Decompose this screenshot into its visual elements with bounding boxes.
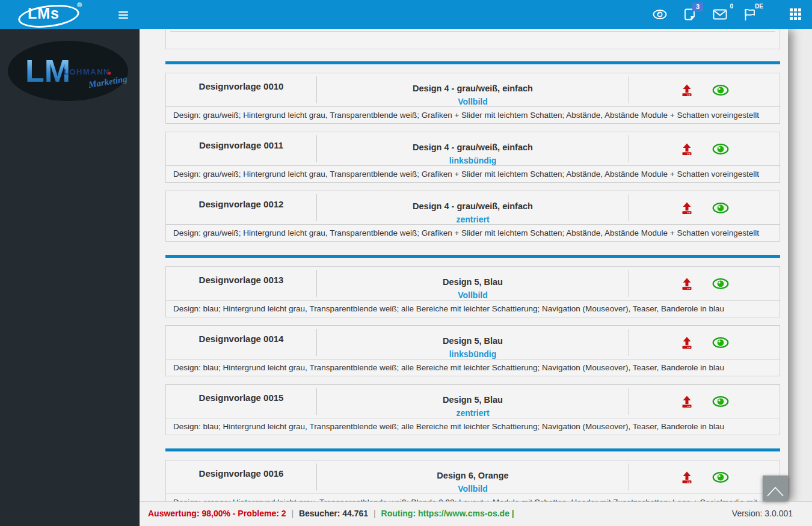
sidebar: LM LOHMANN Marketing <box>0 29 140 526</box>
note-badge: 3 <box>692 2 703 11</box>
template-name: Designvorlage 0016 <box>166 460 316 494</box>
mail-icon[interactable]: 0 <box>712 7 728 22</box>
grid-icon[interactable] <box>788 7 804 22</box>
content-right-margin <box>788 29 812 502</box>
template-row: Designvorlage 0010Design 4 - grau/weiß, … <box>165 73 780 124</box>
logo-company-text: LOHMANN <box>64 67 110 76</box>
template-description: Design: blau; Hintergrund leicht grau, T… <box>166 359 780 372</box>
app-logo[interactable]: LMs ® <box>18 3 84 27</box>
template-description: Design: grau/weiß; Hintergrund leicht gr… <box>166 224 780 237</box>
template-mode-link[interactable]: linksbündig <box>449 156 497 165</box>
template-name: Designvorlage 0012 <box>166 191 316 224</box>
section-divider <box>165 255 780 258</box>
template-design-label: Design 5, Blau <box>443 336 503 346</box>
template-mode-link[interactable]: zentriert <box>456 408 489 418</box>
template-row: Designvorlage 0016Design 6, OrangeVollbi… <box>165 460 780 502</box>
chevron-up-icon <box>763 480 788 501</box>
footer-routing-label: Routing: <box>381 509 416 518</box>
footer-routing-link[interactable]: https://www.cms-os.de <box>418 509 509 518</box>
footer-auswertung: Auswertung: 98,00% - Probleme: 2 <box>148 509 286 518</box>
preview-eye-icon[interactable] <box>712 84 729 96</box>
template-row: Designvorlage 0013Design 5, BlauVollbild… <box>165 266 780 317</box>
preview-eye-icon[interactable] <box>712 396 729 408</box>
upload-icon[interactable] <box>680 83 694 97</box>
upload-icon[interactable] <box>680 335 694 350</box>
footer-version: Version: 3.0.001 <box>732 502 793 525</box>
template-row: Designvorlage 0015Design 5, Blauzentrier… <box>165 384 780 435</box>
company-logo: LM LOHMANN Marketing <box>6 40 132 103</box>
preview-eye-icon[interactable] <box>712 337 729 349</box>
main-content: Designvorlage 0010Design 4 - grau/weiß, … <box>140 29 788 502</box>
template-description: Design: orange; Hintergrund leicht grau,… <box>166 494 780 502</box>
template-mode-link[interactable]: Vollbild <box>458 290 488 300</box>
footer-routing-sep: | <box>512 509 514 518</box>
template-design-label: Design 4 - grau/weiß, einfach <box>413 142 533 152</box>
template-mode-link[interactable]: zentriert <box>456 215 489 224</box>
template-mode-link[interactable]: Vollbild <box>458 484 488 494</box>
template-name: Designvorlage 0011 <box>166 132 316 165</box>
template-mode-link[interactable]: Vollbild <box>458 97 488 106</box>
top-icon-bar: 3 0 DE <box>652 0 812 29</box>
footer-separator: | <box>288 509 297 518</box>
footer-separator: | <box>371 509 379 518</box>
language-badge: DE <box>755 3 763 10</box>
template-list: Designvorlage 0010Design 4 - grau/weiß, … <box>165 29 780 502</box>
registered-mark: ® <box>77 1 82 8</box>
preview-eye-icon[interactable] <box>712 143 729 155</box>
template-row: Designvorlage 0011Design 4 - grau/weiß, … <box>165 132 780 183</box>
scroll-to-top-button[interactable] <box>763 476 788 501</box>
preview-eye-icon[interactable] <box>712 202 729 214</box>
section-divider <box>165 448 780 451</box>
section-divider <box>165 61 780 64</box>
template-name: Designvorlage 0015 <box>166 385 316 418</box>
template-name: Designvorlage 0010 <box>166 73 316 106</box>
template-design-label: Design 6, Orange <box>437 471 508 480</box>
upload-icon[interactable] <box>680 201 694 215</box>
flag-icon[interactable]: DE <box>742 7 758 22</box>
upload-icon[interactable] <box>680 394 694 409</box>
top-bar: LMs ® 3 0 <box>0 0 812 29</box>
app-title: LMs <box>28 5 60 22</box>
template-description: Design: blau; Hintergrund leicht grau, T… <box>166 418 780 431</box>
template-name: Designvorlage 0014 <box>166 326 316 359</box>
row-partial <box>165 29 780 49</box>
template-design-label: Design 4 - grau/weiß, einfach <box>413 201 533 211</box>
note-icon[interactable]: 3 <box>682 7 698 22</box>
template-design-label: Design 5, Blau <box>443 395 503 405</box>
upload-icon[interactable] <box>680 470 694 485</box>
footer-routing: Routing: https://www.cms-os.de | <box>381 509 514 518</box>
template-name: Designvorlage 0013 <box>166 267 316 300</box>
eye-icon[interactable] <box>652 7 668 22</box>
upload-icon[interactable] <box>680 142 694 156</box>
sidebar-toggle-button[interactable] <box>115 8 131 23</box>
footer-status: Auswertung: 98,00% - Probleme: 2 | Besuc… <box>148 502 514 525</box>
preview-eye-icon[interactable] <box>712 471 729 483</box>
preview-eye-icon[interactable] <box>712 278 729 290</box>
template-row: Designvorlage 0012Design 4 - grau/weiß, … <box>165 191 780 242</box>
footer-besucher: Besucher: 44.761 <box>299 509 368 518</box>
template-row: Designvorlage 0014Design 5, Blaulinksbün… <box>165 325 780 376</box>
mail-badge: 0 <box>730 3 733 10</box>
template-design-label: Design 5, Blau <box>443 277 503 287</box>
template-description: Design: grau/weiß; Hintergrund leicht gr… <box>166 165 780 179</box>
template-description: Design: grau/weiß; Hintergrund leicht gr… <box>166 106 780 120</box>
footer-bar: Auswertung: 98,00% - Probleme: 2 | Besuc… <box>140 501 812 526</box>
template-design-label: Design 4 - grau/weiß, einfach <box>413 84 533 93</box>
upload-icon[interactable] <box>680 277 694 291</box>
template-description: Design: blau; Hintergrund leicht grau, T… <box>166 300 780 313</box>
template-mode-link[interactable]: linksbündig <box>449 349 497 359</box>
